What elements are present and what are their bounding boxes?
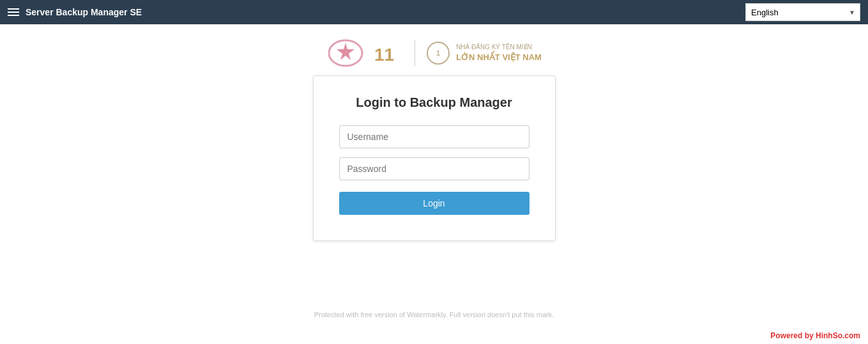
brand: Server Backup Manager SE bbox=[8, 7, 142, 17]
powered-by: Powered by HinhSo.com bbox=[770, 331, 860, 340]
svg-marker-1 bbox=[337, 43, 354, 60]
login-card: Login to Backup Manager Login bbox=[313, 75, 556, 241]
logo-banner: 11 1 NHÀ ĐĂNG KÝ TÊN MIỀN LỚN NHẤT VIỆT … bbox=[326, 37, 542, 69]
brand-label: Server Backup Manager SE bbox=[26, 7, 142, 17]
anniversary-logo: 11 bbox=[371, 37, 403, 69]
language-select[interactable]: English Vietnamese French German bbox=[745, 3, 860, 21]
hamburger-menu-icon[interactable] bbox=[8, 8, 19, 16]
logo-divider bbox=[415, 40, 415, 66]
footer-area: Protected with free version of Watermark… bbox=[0, 303, 868, 325]
top-navbar: Server Backup Manager SE English Vietnam… bbox=[0, 0, 868, 24]
watermark-text: Protected with free version of Watermark… bbox=[314, 311, 554, 318]
p-star-logo bbox=[326, 37, 365, 69]
username-input[interactable] bbox=[339, 125, 529, 148]
language-selector[interactable]: English Vietnamese French German ▼ bbox=[745, 3, 860, 21]
svg-text:11: 11 bbox=[374, 45, 394, 65]
password-group bbox=[339, 157, 529, 180]
logo-placeholder: 11 1 NHÀ ĐĂNG KÝ TÊN MIỀN LỚN NHẤT VIỆT … bbox=[326, 37, 542, 69]
logo-line2: LỚN NHẤT VIỆT NAM bbox=[456, 52, 542, 63]
logo-line1: NHÀ ĐĂNG KÝ TÊN MIỀN bbox=[456, 43, 532, 52]
main-content: 11 1 NHÀ ĐĂNG KÝ TÊN MIỀN LỚN NHẤT VIỆT … bbox=[0, 24, 868, 344]
logo-text-block: NHÀ ĐĂNG KÝ TÊN MIỀN LỚN NHẤT VIỆT NAM bbox=[456, 43, 542, 63]
badge-icon: 1 bbox=[427, 42, 450, 65]
password-input[interactable] bbox=[339, 157, 529, 180]
login-title: Login to Backup Manager bbox=[339, 95, 529, 110]
username-group bbox=[339, 125, 529, 148]
login-button[interactable]: Login bbox=[339, 192, 529, 215]
